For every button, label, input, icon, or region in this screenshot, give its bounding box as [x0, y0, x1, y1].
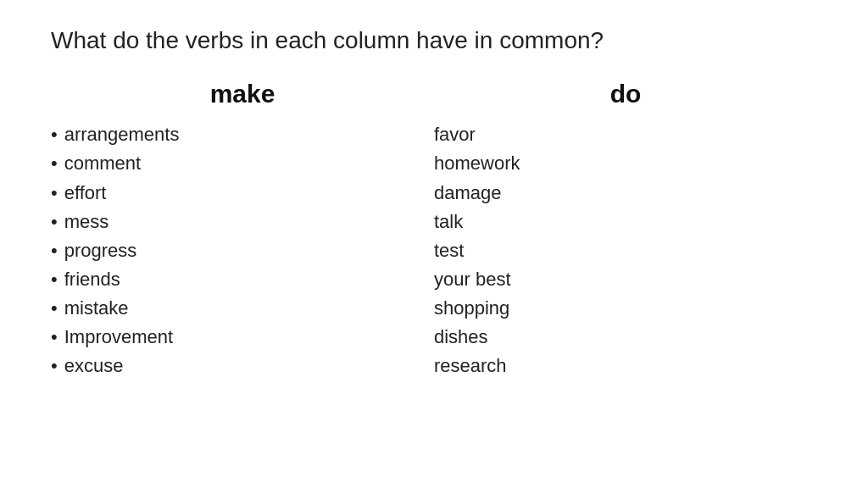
list-item: effort	[51, 179, 434, 208]
list-item: excuse	[51, 352, 434, 380]
do-column-list: favorhomeworkdamagetalktestyour bestshop…	[434, 120, 817, 380]
make-column-list: arrangementscommenteffortmessprogressfri…	[51, 120, 434, 380]
list-item: mistake	[51, 294, 434, 323]
make-column-header: make	[51, 80, 434, 108]
list-item: test	[434, 236, 817, 265]
list-item: talk	[434, 208, 817, 236]
list-item: homework	[434, 149, 817, 178]
list-item: progress	[51, 236, 434, 265]
make-column: make arrangementscommenteffortmessprogre…	[51, 80, 434, 380]
list-item: friends	[51, 265, 434, 294]
list-item: favor	[434, 120, 817, 149]
list-item: mess	[51, 208, 434, 236]
do-column: do favorhomeworkdamagetalktestyour bests…	[434, 80, 817, 380]
list-item: shopping	[434, 294, 817, 323]
list-item: arrangements	[51, 120, 434, 149]
question-text: What do the verbs in each column have in…	[51, 25, 746, 56]
list-item: dishes	[434, 323, 817, 352]
list-item: research	[434, 352, 817, 380]
do-column-header: do	[434, 80, 817, 108]
list-item: comment	[51, 149, 434, 178]
list-item: damage	[434, 179, 817, 208]
list-item: Improvement	[51, 323, 434, 352]
columns-container: make arrangementscommenteffortmessprogre…	[51, 80, 817, 380]
list-item: your best	[434, 265, 817, 294]
